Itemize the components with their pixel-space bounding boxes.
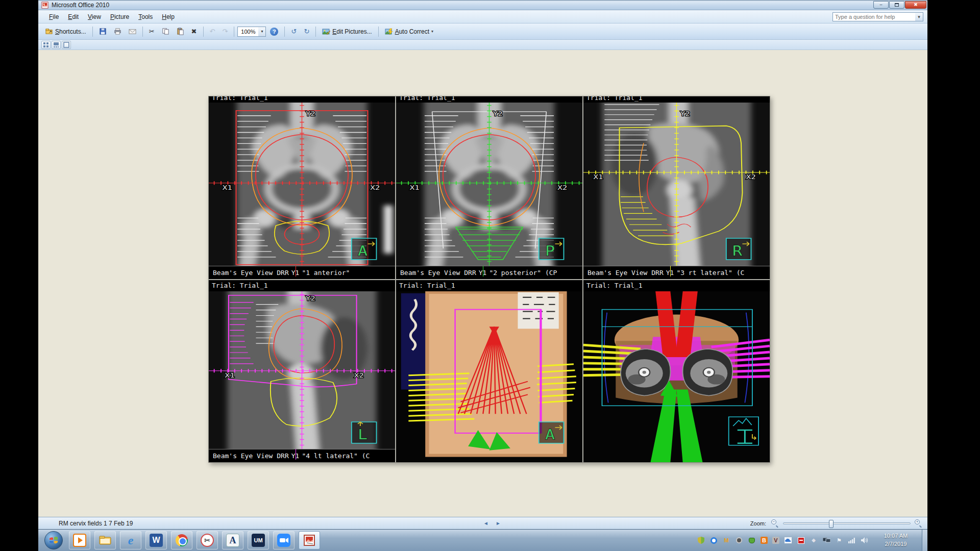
toolbar-separator bbox=[203, 27, 204, 37]
menu-tools[interactable]: Tools bbox=[134, 12, 157, 22]
question-box[interactable]: ▾ bbox=[832, 12, 923, 21]
tray-security-icon[interactable] bbox=[797, 536, 805, 544]
taskbar-snipping-tool[interactable]: ✂ bbox=[197, 531, 218, 549]
zoom-slider-track[interactable] bbox=[783, 522, 911, 524]
zoom-slider-thumb[interactable] bbox=[829, 520, 834, 528]
maximize-icon bbox=[895, 3, 899, 7]
taskbar-clock[interactable]: 10:07 AM 2/7/2019 bbox=[875, 532, 916, 548]
svg-text:X1: X1 bbox=[223, 184, 232, 191]
start-button[interactable] bbox=[44, 531, 63, 549]
taskbar-file-explorer[interactable] bbox=[94, 531, 116, 549]
panel-caption: Beam's Eye View DRRY1"2 posterior" (CP bbox=[396, 266, 582, 279]
zoom-dropdown-icon[interactable]: ▾ bbox=[258, 27, 265, 36]
taskbar-internet-explorer[interactable]: e bbox=[120, 531, 141, 549]
tray-clock-icon[interactable] bbox=[735, 536, 743, 544]
panel-bev-lt-lateral: Trial: Trial_1 bbox=[209, 280, 395, 463]
panel-bev-anterior: Trial: Trial_1 bbox=[209, 96, 395, 279]
panel-trial-label: Trial: Trial_1 bbox=[209, 280, 395, 291]
maximize-button[interactable] bbox=[889, 1, 904, 9]
panel-caption: Beam's Eye View DRRY1"3 rt lateral" (C bbox=[583, 266, 770, 279]
menu-view[interactable]: View bbox=[83, 12, 106, 22]
menu-file[interactable]: File bbox=[44, 12, 63, 22]
tray-display-icon[interactable] bbox=[822, 536, 830, 544]
tray-shield-icon[interactable] bbox=[697, 536, 705, 544]
taskbar-um-app[interactable]: UM bbox=[248, 531, 269, 549]
taskbar-video-app[interactable] bbox=[273, 531, 295, 549]
tray-wallet-icon[interactable] bbox=[748, 536, 756, 544]
titlebar: Microsoft Office 2010 – ✖ bbox=[38, 0, 927, 10]
rotate-right-button[interactable]: ↻ bbox=[301, 26, 312, 38]
auto-correct-dropdown-icon[interactable]: ▾ bbox=[431, 29, 433, 34]
tray-cloud-icon[interactable] bbox=[784, 536, 792, 544]
orientation-marker: R bbox=[726, 238, 751, 260]
help-button[interactable]: ? bbox=[267, 26, 281, 38]
svg-text:X2: X2 bbox=[557, 184, 567, 191]
taskbar-media-player[interactable] bbox=[69, 531, 90, 549]
menu-picture[interactable]: Picture bbox=[106, 12, 134, 22]
mail-button[interactable] bbox=[126, 26, 139, 38]
panel-bev-rt-lateral: Trial: Trial_1 bbox=[583, 96, 770, 279]
single-view-button[interactable] bbox=[62, 41, 71, 49]
svg-text:Y2: Y2 bbox=[493, 110, 503, 117]
minimize-button[interactable]: – bbox=[873, 1, 889, 9]
tray-action-center-icon[interactable]: ⚑ bbox=[835, 536, 843, 544]
save-icon bbox=[99, 28, 107, 35]
svg-text:A: A bbox=[545, 427, 555, 442]
delete-button[interactable]: ✖ bbox=[188, 26, 200, 38]
tray-volume-icon[interactable] bbox=[861, 536, 869, 544]
tray-sync-icon[interactable] bbox=[709, 536, 718, 544]
previous-picture-button[interactable]: ◄ bbox=[483, 520, 488, 526]
copy-button[interactable] bbox=[159, 26, 173, 38]
word-icon: W bbox=[150, 534, 163, 547]
print-button[interactable] bbox=[111, 26, 125, 38]
system-tray: M B V ◆ ⚑ bbox=[697, 536, 869, 544]
orientation-marker: A bbox=[539, 422, 564, 443]
undo-button[interactable]: ↶ bbox=[207, 26, 218, 38]
close-button[interactable]: ✖ bbox=[905, 1, 926, 9]
question-dropdown-icon[interactable]: ▾ bbox=[915, 13, 923, 21]
rotate-left-icon: ↺ bbox=[291, 28, 297, 35]
panel-caption: Beam's Eye View DRRY1"4 lt lateral" (C bbox=[209, 449, 395, 462]
zoom-combo[interactable]: 100% ▾ bbox=[237, 27, 266, 37]
taskbar-picture-manager[interactable] bbox=[299, 531, 320, 549]
statusbar: RM cervix fields 1 7 Feb 19 ◄ ► Zoom: − … bbox=[38, 517, 927, 529]
tray-network-icon[interactable] bbox=[848, 536, 856, 544]
tray-v-app-icon[interactable]: V bbox=[772, 537, 779, 544]
thumbnail-view-button[interactable] bbox=[41, 41, 51, 49]
svg-text:X1: X1 bbox=[225, 371, 235, 379]
cut-icon: ✂ bbox=[149, 28, 155, 35]
edit-pictures-button[interactable]: Edit Pictures... bbox=[319, 26, 375, 38]
toolbar: Shortcuts... ✂ bbox=[38, 23, 927, 40]
shortcuts-button[interactable]: Shortcuts... bbox=[42, 26, 89, 38]
picture-manager-icon bbox=[303, 534, 316, 547]
menu-help[interactable]: Help bbox=[157, 12, 179, 22]
rotate-left-button[interactable]: ↺ bbox=[288, 26, 300, 38]
tray-diamond-icon[interactable]: ◆ bbox=[810, 536, 818, 544]
paste-button[interactable] bbox=[174, 26, 187, 38]
next-picture-button[interactable]: ► bbox=[496, 520, 501, 526]
panel-trial-label: Trial: Trial_1 bbox=[396, 280, 582, 291]
zoom-in-button[interactable]: + bbox=[915, 519, 922, 527]
taskbar-chrome[interactable] bbox=[171, 531, 192, 549]
menu-edit[interactable]: Edit bbox=[63, 12, 83, 22]
panel-trial-label: Trial: Trial_1 bbox=[583, 96, 770, 103]
save-button[interactable] bbox=[96, 26, 110, 38]
show-desktop-button[interactable] bbox=[922, 530, 927, 551]
panel-3d-axial-view: Trial: Trial_1 bbox=[583, 280, 770, 463]
panel-trial-label: Trial: Trial_1 bbox=[396, 96, 582, 103]
redo-button[interactable]: ↷ bbox=[219, 26, 231, 38]
file-explorer-icon bbox=[99, 534, 112, 547]
cut-button[interactable]: ✂ bbox=[146, 26, 158, 38]
menubar: File Edit View Picture Tools Help ▾ bbox=[38, 10, 927, 23]
tray-messenger-icon[interactable]: M bbox=[722, 536, 730, 544]
svg-text:X1: X1 bbox=[593, 173, 603, 180]
taskbar-word[interactable]: W bbox=[145, 531, 167, 549]
tray-b-app-icon[interactable]: B bbox=[761, 537, 768, 544]
auto-correct-button[interactable]: Auto Correct ▾ bbox=[382, 26, 436, 38]
svg-text:Y2: Y2 bbox=[680, 110, 690, 117]
filmstrip-view-button[interactable] bbox=[52, 41, 61, 49]
question-input[interactable] bbox=[833, 14, 915, 20]
zoom-out-button[interactable]: − bbox=[771, 519, 779, 527]
redo-icon: ↷ bbox=[222, 28, 228, 35]
taskbar-character-app[interactable]: A bbox=[222, 531, 243, 549]
